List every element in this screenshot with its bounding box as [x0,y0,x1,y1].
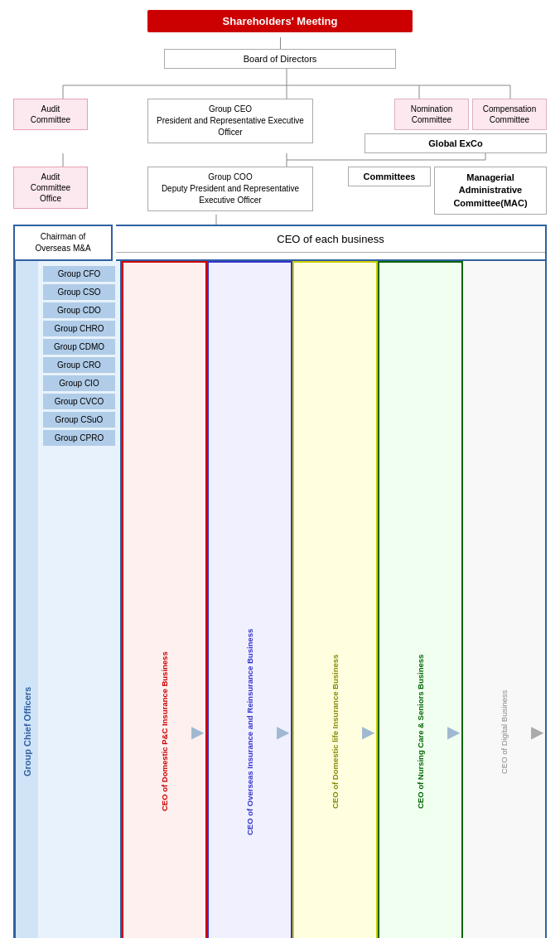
ceo-col-nursing: CEO of Nursing Care & Seniors Business ▶ [378,261,463,938]
ceo-col-digital: CEO of Digital Business ▶ [463,261,545,938]
committees-box: Committees [348,167,431,186]
arrow-domestic-life: ▶ [362,722,374,742]
managerial-admin-committee: Managerial Administrative Committee(MAC) [434,167,547,215]
chief-officer-cfo: Group CFO [43,266,115,282]
ceo-col-domestic-life: CEO of Domestic life Insurance Business … [292,261,378,938]
chief-officer-cso: Group CSO [43,284,115,300]
chief-officer-cro: Group CRO [43,357,115,373]
arrow-domestic-pac: ▶ [191,722,204,742]
ceo-each-business-header: CEO of each business [116,226,545,253]
ceo-col-overseas: CEO of Overseas Insurance and Reinsuranc… [207,261,292,938]
compensation-committee: Compensation Committee [472,99,547,130]
arrow-nursing: ▶ [447,722,460,742]
ceo-col-domestic-pac: CEO of Domestic P&C Insurance Business ▶ [122,261,207,938]
chief-officer-cdo: Group CDO [43,302,115,318]
nomination-committee: Nomination Committee [394,99,469,130]
board-of-directors: Board of Directors [164,49,396,69]
chief-officer-csuo: Group CSuO [43,412,115,428]
chairman-overseas: Chairman of Overseas M&A [13,225,113,261]
group-chief-officers-label: Group Chief Officers [15,261,38,938]
group-coo-box: Group COO Deputy President and Represent… [147,167,313,211]
audit-committee-office: Audit Committee Office [13,167,88,209]
arrow-overseas: ▶ [277,722,289,742]
global-exco: Global ExCo [364,133,547,153]
chief-officer-cpro: Group CPRO [43,430,115,446]
chief-officer-chro: Group CHRO [43,321,115,336]
group-ceo-box: Group CEO President and Representative E… [147,99,313,143]
audit-committee: Audit Committee [13,99,88,130]
chief-officer-cvco: Group CVCO [43,394,115,409]
shareholders-meeting: Shareholders' Meeting [147,10,413,32]
chief-officer-cio: Group CIO [43,375,115,391]
chief-officer-cdmo: Group CDMO [43,339,115,355]
arrow-digital: ▶ [531,722,543,742]
